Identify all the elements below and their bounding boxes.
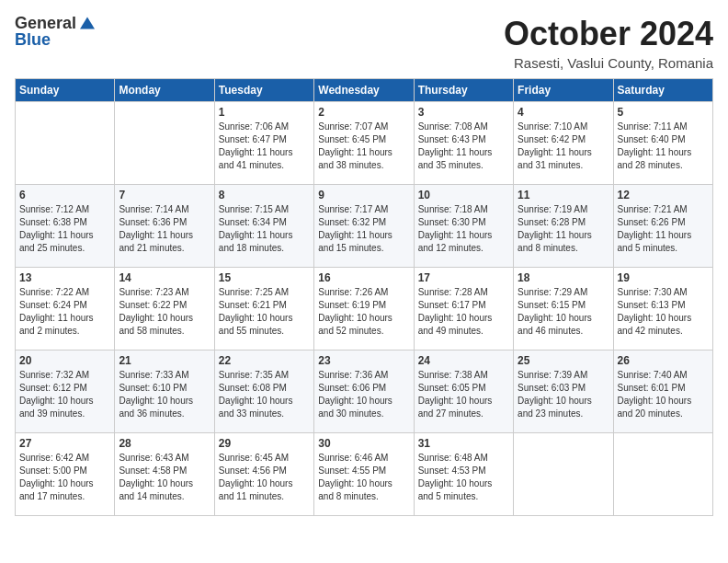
logo-blue-text: Blue (15, 31, 51, 48)
day-detail: Sunrise: 7:22 AM Sunset: 6:24 PM Dayligh… (19, 286, 110, 338)
day-number: 31 (418, 437, 509, 450)
weekday-header-cell: Saturday (613, 79, 712, 102)
day-number: 13 (19, 271, 110, 284)
calendar-cell (514, 433, 613, 516)
calendar-cell: 14Sunrise: 7:23 AM Sunset: 6:22 PM Dayli… (115, 268, 214, 350)
day-detail: Sunrise: 7:39 AM Sunset: 6:03 PM Dayligh… (518, 369, 609, 420)
calendar-cell: 7Sunrise: 7:14 AM Sunset: 6:36 PM Daylig… (115, 185, 214, 268)
day-number: 18 (518, 271, 609, 284)
location-title: Rasesti, Vaslui County, Romania (504, 55, 713, 71)
day-number: 22 (219, 354, 310, 367)
day-number: 4 (518, 106, 609, 119)
day-number: 14 (119, 271, 210, 284)
logo: General Blue (15, 15, 97, 48)
calendar-cell (115, 102, 214, 185)
svg-marker-0 (80, 17, 95, 29)
day-detail: Sunrise: 7:19 AM Sunset: 6:28 PM Dayligh… (518, 203, 609, 255)
weekday-header-row: SundayMondayTuesdayWednesdayThursdayFrid… (16, 79, 713, 102)
calendar-cell: 19Sunrise: 7:30 AM Sunset: 6:13 PM Dayli… (613, 268, 712, 350)
weekday-header-cell: Wednesday (314, 79, 414, 102)
weekday-header-cell: Monday (115, 79, 214, 102)
calendar-table: SundayMondayTuesdayWednesdayThursdayFrid… (15, 78, 713, 516)
calendar-cell: 4Sunrise: 7:10 AM Sunset: 6:42 PM Daylig… (514, 102, 613, 185)
day-number: 25 (518, 354, 609, 367)
calendar-week-row: 1Sunrise: 7:06 AM Sunset: 6:47 PM Daylig… (16, 102, 713, 185)
day-number: 28 (119, 437, 210, 450)
day-detail: Sunrise: 7:36 AM Sunset: 6:06 PM Dayligh… (318, 369, 409, 420)
day-detail: Sunrise: 7:28 AM Sunset: 6:17 PM Dayligh… (418, 286, 509, 338)
day-number: 17 (418, 271, 509, 284)
day-number: 8 (219, 189, 310, 201)
day-number: 20 (19, 354, 110, 367)
day-detail: Sunrise: 7:07 AM Sunset: 6:45 PM Dayligh… (318, 121, 409, 172)
day-detail: Sunrise: 7:11 AM Sunset: 6:40 PM Dayligh… (618, 121, 709, 172)
calendar-cell: 23Sunrise: 7:36 AM Sunset: 6:06 PM Dayli… (314, 350, 414, 433)
calendar-cell: 18Sunrise: 7:29 AM Sunset: 6:15 PM Dayli… (514, 268, 613, 350)
day-detail: Sunrise: 7:23 AM Sunset: 6:22 PM Dayligh… (119, 286, 210, 338)
calendar-week-row: 20Sunrise: 7:32 AM Sunset: 6:12 PM Dayli… (16, 350, 713, 433)
day-detail: Sunrise: 6:46 AM Sunset: 4:55 PM Dayligh… (318, 452, 409, 503)
calendar-cell: 30Sunrise: 6:46 AM Sunset: 4:55 PM Dayli… (314, 433, 414, 516)
day-number: 6 (19, 189, 110, 201)
calendar-cell: 10Sunrise: 7:18 AM Sunset: 6:30 PM Dayli… (414, 185, 513, 268)
logo-general-text: General (15, 15, 76, 31)
day-detail: Sunrise: 6:45 AM Sunset: 4:56 PM Dayligh… (219, 452, 310, 503)
day-detail: Sunrise: 7:30 AM Sunset: 6:13 PM Dayligh… (618, 286, 709, 338)
day-detail: Sunrise: 7:08 AM Sunset: 6:43 PM Dayligh… (418, 121, 509, 172)
calendar-cell (613, 433, 712, 516)
day-number: 3 (418, 106, 509, 119)
calendar-cell: 11Sunrise: 7:19 AM Sunset: 6:28 PM Dayli… (514, 185, 613, 268)
day-detail: Sunrise: 7:38 AM Sunset: 6:05 PM Dayligh… (418, 369, 509, 420)
page-header: General Blue October 2024 Rasesti, Vaslu… (15, 15, 713, 71)
day-number: 7 (119, 189, 210, 201)
day-number: 16 (318, 271, 409, 284)
calendar-cell: 1Sunrise: 7:06 AM Sunset: 6:47 PM Daylig… (214, 102, 313, 185)
weekday-header-cell: Thursday (414, 79, 513, 102)
calendar-cell: 9Sunrise: 7:17 AM Sunset: 6:32 PM Daylig… (314, 185, 414, 268)
day-number: 1 (219, 106, 310, 119)
calendar-week-row: 27Sunrise: 6:42 AM Sunset: 5:00 PM Dayli… (16, 433, 713, 516)
calendar-cell: 24Sunrise: 7:38 AM Sunset: 6:05 PM Dayli… (414, 350, 513, 433)
calendar-cell: 31Sunrise: 6:48 AM Sunset: 4:53 PM Dayli… (414, 433, 513, 516)
day-number: 24 (418, 354, 509, 367)
day-detail: Sunrise: 7:06 AM Sunset: 6:47 PM Dayligh… (219, 121, 310, 172)
calendar-cell: 6Sunrise: 7:12 AM Sunset: 6:38 PM Daylig… (16, 185, 115, 268)
day-number: 2 (318, 106, 409, 119)
calendar-week-row: 13Sunrise: 7:22 AM Sunset: 6:24 PM Dayli… (16, 268, 713, 350)
day-number: 5 (618, 106, 709, 119)
month-title: October 2024 (504, 15, 713, 53)
day-detail: Sunrise: 7:40 AM Sunset: 6:01 PM Dayligh… (618, 369, 709, 420)
day-number: 30 (318, 437, 409, 450)
day-number: 27 (19, 437, 110, 450)
day-number: 12 (618, 189, 709, 201)
calendar-cell: 29Sunrise: 6:45 AM Sunset: 4:56 PM Dayli… (214, 433, 313, 516)
day-number: 10 (418, 189, 509, 201)
day-detail: Sunrise: 7:33 AM Sunset: 6:10 PM Dayligh… (119, 369, 210, 420)
day-detail: Sunrise: 7:26 AM Sunset: 6:19 PM Dayligh… (318, 286, 409, 338)
day-number: 26 (618, 354, 709, 367)
day-detail: Sunrise: 7:17 AM Sunset: 6:32 PM Dayligh… (318, 203, 409, 255)
calendar-cell: 17Sunrise: 7:28 AM Sunset: 6:17 PM Dayli… (414, 268, 513, 350)
day-detail: Sunrise: 7:29 AM Sunset: 6:15 PM Dayligh… (518, 286, 609, 338)
day-number: 19 (618, 271, 709, 284)
day-detail: Sunrise: 7:14 AM Sunset: 6:36 PM Dayligh… (119, 203, 210, 255)
day-detail: Sunrise: 7:32 AM Sunset: 6:12 PM Dayligh… (19, 369, 110, 420)
logo-icon (78, 16, 97, 30)
day-detail: Sunrise: 7:25 AM Sunset: 6:21 PM Dayligh… (219, 286, 310, 338)
day-number: 23 (318, 354, 409, 367)
calendar-cell: 5Sunrise: 7:11 AM Sunset: 6:40 PM Daylig… (613, 102, 712, 185)
weekday-header-cell: Sunday (16, 79, 115, 102)
calendar-cell: 8Sunrise: 7:15 AM Sunset: 6:34 PM Daylig… (214, 185, 313, 268)
calendar-cell (16, 102, 115, 185)
day-detail: Sunrise: 7:18 AM Sunset: 6:30 PM Dayligh… (418, 203, 509, 255)
day-detail: Sunrise: 7:35 AM Sunset: 6:08 PM Dayligh… (219, 369, 310, 420)
calendar-cell: 13Sunrise: 7:22 AM Sunset: 6:24 PM Dayli… (16, 268, 115, 350)
weekday-header-cell: Friday (514, 79, 613, 102)
calendar-cell: 2Sunrise: 7:07 AM Sunset: 6:45 PM Daylig… (314, 102, 414, 185)
day-detail: Sunrise: 6:43 AM Sunset: 4:58 PM Dayligh… (119, 452, 210, 503)
calendar-cell: 25Sunrise: 7:39 AM Sunset: 6:03 PM Dayli… (514, 350, 613, 433)
day-detail: Sunrise: 7:21 AM Sunset: 6:26 PM Dayligh… (618, 203, 709, 255)
day-detail: Sunrise: 6:48 AM Sunset: 4:53 PM Dayligh… (418, 452, 509, 503)
day-detail: Sunrise: 7:15 AM Sunset: 6:34 PM Dayligh… (219, 203, 310, 255)
calendar-cell: 15Sunrise: 7:25 AM Sunset: 6:21 PM Dayli… (214, 268, 313, 350)
